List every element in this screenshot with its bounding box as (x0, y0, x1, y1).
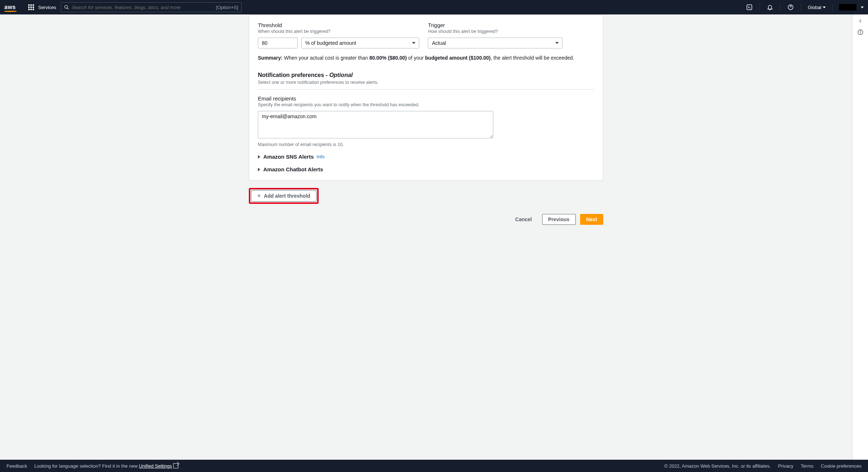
svg-line-1 (67, 8, 68, 9)
threshold-value-input[interactable] (258, 38, 298, 48)
plus-icon: + (257, 193, 261, 199)
email-recipients-label: Email recipients (258, 95, 594, 102)
main-workarea: Threshold When should this alert be trig… (0, 14, 868, 460)
cancel-button[interactable]: Cancel (510, 214, 538, 224)
alert-config-card: Threshold When should this alert be trig… (249, 14, 603, 181)
region-selector[interactable]: Global (808, 5, 826, 10)
threshold-sublabel: When should this alert be triggered? (258, 29, 419, 34)
previous-button[interactable]: Previous (542, 214, 576, 225)
next-button[interactable]: Next (580, 214, 603, 225)
language-hint: Looking for language selection? Find it … (34, 463, 178, 469)
footer: Feedback Looking for language selection?… (0, 460, 868, 472)
account-menu[interactable] (839, 4, 856, 10)
aws-logo[interactable]: aws (4, 4, 16, 10)
sns-alerts-expander[interactable]: Amazon SNS Alerts Info (258, 154, 594, 160)
search-shortcut: [Option+S] (216, 5, 238, 10)
caret-down-icon (861, 7, 864, 8)
summary-text: Summary: When your actual cost is greate… (258, 54, 594, 62)
email-recipients-helper: Maximum number of email recipients is 10… (258, 142, 594, 147)
triangle-right-icon (258, 168, 260, 171)
info-icon[interactable] (857, 29, 864, 35)
terms-link[interactable]: Terms (801, 463, 813, 469)
feedback-link[interactable]: Feedback (7, 463, 27, 469)
help-icon[interactable] (787, 4, 794, 11)
add-alert-threshold-button[interactable]: + Add alert threshold (251, 190, 316, 202)
services-link[interactable]: Services (38, 5, 56, 10)
privacy-link[interactable]: Privacy (778, 463, 793, 469)
trigger-label: Trigger (428, 22, 562, 28)
search-input[interactable] (72, 5, 213, 10)
svg-point-0 (64, 5, 67, 8)
wizard-actions: Cancel Previous Next (249, 214, 603, 225)
top-navigation: aws Services [Option+S] Global (0, 0, 868, 14)
cookie-preferences-link[interactable]: Cookie preferences (821, 463, 861, 469)
chatbot-alerts-expander[interactable]: Amazon Chatbot Alerts (258, 166, 594, 172)
caret-down-icon (823, 7, 826, 8)
notification-preferences-heading: Notification preferences - Optional (258, 72, 594, 78)
add-threshold-highlight: + Add alert threshold (249, 188, 319, 204)
help-panel-rail (852, 14, 868, 460)
threshold-label: Threshold (258, 22, 419, 28)
email-recipients-sub: Specify the email recipients you want to… (258, 102, 594, 107)
cloudshell-icon[interactable] (746, 4, 753, 11)
divider (258, 89, 594, 90)
unified-settings-link[interactable]: Unified Settings (139, 463, 172, 469)
copyright: © 2022, Amazon Web Services, Inc. or its… (664, 463, 771, 469)
svg-point-6 (860, 31, 861, 31)
triangle-right-icon (258, 155, 260, 159)
notification-preferences-sub: Select one or more notification preferen… (258, 80, 594, 85)
external-link-icon (173, 463, 178, 468)
notifications-icon[interactable] (766, 4, 774, 11)
collapse-help-icon[interactable] (858, 18, 863, 24)
trigger-sublabel: How should this alert be triggered? (428, 29, 562, 34)
sns-info-link[interactable]: Info (316, 154, 324, 159)
threshold-unit-select[interactable]: % of budgeted amount (301, 38, 419, 48)
search-icon (64, 5, 69, 10)
trigger-select[interactable]: Actual (428, 38, 562, 48)
global-search[interactable]: [Option+S] (61, 2, 242, 12)
services-grid-icon[interactable] (28, 4, 34, 10)
email-recipients-input[interactable]: my-email@amazon.com (258, 111, 493, 138)
